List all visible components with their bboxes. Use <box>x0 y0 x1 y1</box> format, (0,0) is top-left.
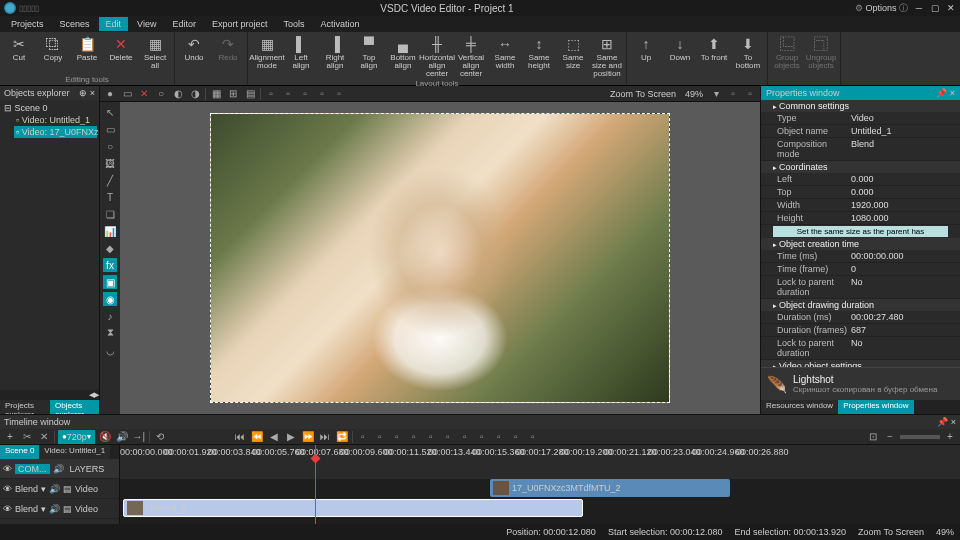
undo-button[interactable]: ↶Undo <box>178 34 210 83</box>
prop-row[interactable]: Left0.000 <box>761 173 960 186</box>
tab-properties[interactable]: Properties window <box>838 400 913 414</box>
tl-res-pill[interactable]: ● 720p ▾ <box>58 430 95 444</box>
tl-t3[interactable]: ▫ <box>390 430 404 444</box>
tl-loop[interactable]: 🔁 <box>335 430 349 444</box>
playhead[interactable] <box>315 445 316 524</box>
panel-pin-icon[interactable]: ⊕ × <box>79 88 95 98</box>
select-all-button[interactable]: ▦Select all <box>139 34 171 74</box>
prop-section[interactable]: Object creation time <box>761 238 960 250</box>
menu-edit[interactable]: Edit <box>99 17 129 31</box>
copy-button[interactable]: ⿻Copy <box>37 34 69 74</box>
restab-com[interactable]: COM... <box>15 464 50 474</box>
menu-editor[interactable]: Editor <box>165 17 203 31</box>
tool-record[interactable]: ● <box>103 87 117 101</box>
tool-shape1[interactable]: ◐ <box>171 87 185 101</box>
tl-t5[interactable]: ▫ <box>424 430 438 444</box>
prop-row[interactable]: Object nameUntitled_1 <box>761 125 960 138</box>
prop-row[interactable]: Lock to parent durationNo <box>761 337 960 360</box>
group-button[interactable]: ⿺Group objects <box>771 34 803 83</box>
zoom-value[interactable]: 49% <box>682 89 706 99</box>
tab-objects-explorer[interactable]: Objects explorer <box>50 400 99 414</box>
prop-section[interactable]: Object drawing duration <box>761 299 960 311</box>
vtool-chart[interactable]: 📊 <box>103 224 117 238</box>
zoom-down-icon[interactable]: ▾ <box>709 87 723 101</box>
tool-ruler[interactable]: ▤ <box>243 87 257 101</box>
vtool-fx2[interactable]: ▣ <box>103 275 117 289</box>
prop-row[interactable]: Lock to parent durationNo <box>761 276 960 299</box>
vtool-anim[interactable]: ◡ <box>103 343 117 357</box>
tl-t7[interactable]: ▫ <box>458 430 472 444</box>
right-align-button[interactable]: ▐Right align <box>319 34 351 78</box>
tl-tab-video[interactable]: Video: Untitled_1 <box>39 445 110 459</box>
vtool-counter[interactable]: ⧗ <box>103 326 117 340</box>
restab-layers[interactable]: LAYERS <box>67 464 108 474</box>
align-mode-button[interactable]: ▦Alignment mode <box>251 34 283 78</box>
maximize-button[interactable]: ▢ <box>930 3 940 13</box>
tool-shape2[interactable]: ◑ <box>188 87 202 101</box>
prop-row[interactable]: Composition modeBlend <box>761 138 960 161</box>
tl-zoomfit[interactable]: ⊡ <box>866 430 880 444</box>
tl-end[interactable]: ⏭ <box>318 430 332 444</box>
tl-t10[interactable]: ▫ <box>509 430 523 444</box>
menu-view[interactable]: View <box>130 17 163 31</box>
v-center-button[interactable]: ╪Vertical align center <box>455 34 487 78</box>
redo-button[interactable]: ↷Redo <box>212 34 244 83</box>
vtool-line[interactable]: ╱ <box>103 173 117 187</box>
prop-section[interactable]: Coordinates <box>761 161 960 173</box>
track-row[interactable]: 👁Blend▾🔊▤Video <box>0 479 119 499</box>
tl-del[interactable]: ✕ <box>37 430 51 444</box>
tl-t11[interactable]: ▫ <box>526 430 540 444</box>
tool-snap[interactable]: ⊞ <box>226 87 240 101</box>
ungroup-button[interactable]: ⿹Ungroup objects <box>805 34 837 83</box>
bottom-align-button[interactable]: ▄Bottom align <box>387 34 419 78</box>
tl-trim[interactable]: →| <box>132 430 146 444</box>
menu-projects[interactable]: Projects <box>4 17 51 31</box>
video-frame[interactable] <box>210 113 670 403</box>
tl-play[interactable]: ▶ <box>284 430 298 444</box>
close-button[interactable]: ✕ <box>946 3 956 13</box>
menu-export-project[interactable]: Export project <box>205 17 275 31</box>
vtool-tooltip[interactable]: ❏ <box>103 207 117 221</box>
options-link[interactable]: ⚙ Options ⓘ <box>855 2 908 15</box>
tab-resources[interactable]: Resources window <box>761 400 838 414</box>
vtool-text[interactable]: T <box>103 190 117 204</box>
tl-zoomout[interactable]: − <box>883 430 897 444</box>
prop-row[interactable]: Duration (ms)00:00:27.480 <box>761 311 960 324</box>
prop-row[interactable]: Time (ms)00:00:00.000 <box>761 250 960 263</box>
vtool-audio[interactable]: ♪ <box>103 309 117 323</box>
cut-button[interactable]: ✂Cut <box>3 34 35 74</box>
prop-row[interactable]: Width1920.000 <box>761 199 960 212</box>
tool-close[interactable]: ✕ <box>137 87 151 101</box>
tl-t2[interactable]: ▫ <box>373 430 387 444</box>
top-align-button[interactable]: ▀Top align <box>353 34 385 78</box>
prop-row[interactable]: Height1080.000 <box>761 212 960 225</box>
tree-scene[interactable]: ⊟ Scene 0 <box>2 102 97 114</box>
tool-f[interactable]: ▫ <box>726 87 740 101</box>
tl-sync[interactable]: ⟲ <box>153 430 167 444</box>
to-front-button[interactable]: ⬆To front <box>698 34 730 83</box>
tl-vol[interactable]: 🔊 <box>115 430 129 444</box>
delete-button[interactable]: ✕Delete <box>105 34 137 74</box>
tl-t6[interactable]: ▫ <box>441 430 455 444</box>
scroll-right[interactable]: ▶ <box>94 391 99 399</box>
track-row[interactable]: 👁Blend▾🔊▤Video <box>0 499 119 519</box>
down-button[interactable]: ↓Down <box>664 34 696 83</box>
tl-start[interactable]: ⏮ <box>233 430 247 444</box>
tool-b[interactable]: ▫ <box>281 87 295 101</box>
menu-activation[interactable]: Activation <box>313 17 366 31</box>
minimize-button[interactable]: ─ <box>914 3 924 13</box>
tl-mute[interactable]: 🔇 <box>98 430 112 444</box>
tool-grid[interactable]: ▦ <box>209 87 223 101</box>
tool-rect[interactable]: ▭ <box>120 87 134 101</box>
tl-back[interactable]: ◀ <box>267 430 281 444</box>
prop-section[interactable]: Video object settings <box>761 360 960 367</box>
vtool-fx1[interactable]: fx <box>103 258 117 272</box>
menu-scenes[interactable]: Scenes <box>53 17 97 31</box>
tl-zoomin[interactable]: + <box>943 430 957 444</box>
preview-canvas[interactable] <box>120 102 760 414</box>
prop-pin[interactable]: 📌 × <box>936 88 955 98</box>
tl-fwd[interactable]: ⏩ <box>301 430 315 444</box>
to-bottom-button[interactable]: ⬇To bottom <box>732 34 764 83</box>
paste-button[interactable]: 📋Paste <box>71 34 103 74</box>
tool-e[interactable]: ▫ <box>332 87 346 101</box>
